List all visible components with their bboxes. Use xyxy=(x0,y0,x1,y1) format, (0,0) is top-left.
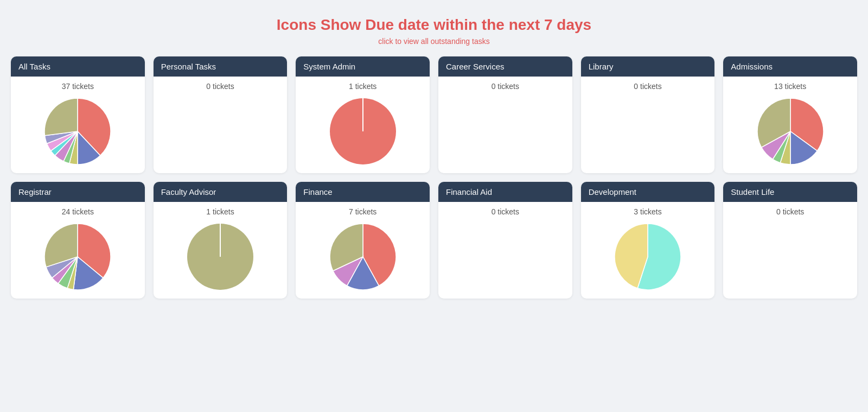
card-chart-career-services xyxy=(470,96,540,167)
card-header-all-tasks: All Tasks xyxy=(11,56,145,77)
card-career-services[interactable]: Career Services0 tickets xyxy=(438,56,572,173)
card-header-registrar: Registrar xyxy=(11,182,145,202)
card-financial-aid[interactable]: Financial Aid0 tickets xyxy=(438,182,572,299)
subtitle-link[interactable]: click to view all outstanding tasks xyxy=(11,37,857,46)
card-header-student-life: Student Life xyxy=(723,182,857,202)
card-header-finance: Finance xyxy=(296,182,430,202)
card-chart-all-tasks xyxy=(42,96,113,167)
card-tickets-financial-aid: 0 tickets xyxy=(492,207,519,216)
card-tickets-admissions: 13 tickets xyxy=(774,82,806,91)
card-header-system-admin: System Admin xyxy=(296,56,430,77)
card-tickets-career-services: 0 tickets xyxy=(492,82,519,91)
card-tickets-system-admin: 1 tickets xyxy=(349,82,376,91)
card-library[interactable]: Library0 tickets xyxy=(581,56,715,173)
card-development[interactable]: Development3 tickets xyxy=(581,182,715,299)
card-tickets-library: 0 tickets xyxy=(634,82,661,91)
card-tickets-development: 3 tickets xyxy=(634,207,661,216)
card-faculty-advisor[interactable]: Faculty Advisor1 tickets xyxy=(154,182,288,299)
card-header-faculty-advisor: Faculty Advisor xyxy=(154,182,288,202)
card-header-library: Library xyxy=(581,56,715,77)
card-chart-financial-aid xyxy=(470,221,540,292)
card-chart-student-life xyxy=(755,221,826,292)
card-tickets-student-life: 0 tickets xyxy=(776,207,804,216)
card-all-tasks[interactable]: All Tasks37 tickets xyxy=(11,56,145,173)
card-chart-admissions xyxy=(755,96,826,167)
card-tickets-personal-tasks: 0 tickets xyxy=(206,82,234,91)
card-system-admin[interactable]: System Admin1 tickets xyxy=(296,56,430,173)
card-tickets-all-tasks: 37 tickets xyxy=(62,82,94,91)
card-chart-personal-tasks xyxy=(185,96,256,167)
card-chart-registrar xyxy=(42,221,113,292)
card-header-financial-aid: Financial Aid xyxy=(438,182,572,202)
card-chart-development xyxy=(612,221,683,292)
card-header-career-services: Career Services xyxy=(438,56,572,77)
card-chart-finance xyxy=(328,221,398,292)
card-header-personal-tasks: Personal Tasks xyxy=(154,56,288,77)
card-finance[interactable]: Finance7 tickets xyxy=(296,182,430,299)
card-registrar[interactable]: Registrar24 tickets xyxy=(11,182,145,299)
card-tickets-registrar: 24 tickets xyxy=(62,207,94,216)
card-student-life[interactable]: Student Life0 tickets xyxy=(723,182,857,299)
card-header-admissions: Admissions xyxy=(723,56,857,77)
card-header-development: Development xyxy=(581,182,715,202)
card-tickets-faculty-advisor: 1 tickets xyxy=(206,207,234,216)
card-admissions[interactable]: Admissions13 tickets xyxy=(723,56,857,173)
card-personal-tasks[interactable]: Personal Tasks0 tickets xyxy=(154,56,288,173)
card-tickets-finance: 7 tickets xyxy=(349,207,376,216)
cards-grid: All Tasks37 ticketsPersonal Tasks0 ticke… xyxy=(11,56,857,299)
card-chart-faculty-advisor xyxy=(185,221,256,292)
page-title: Icons Show Due date within the next 7 da… xyxy=(11,16,857,34)
card-chart-system-admin xyxy=(328,96,398,167)
card-chart-library xyxy=(612,96,683,167)
